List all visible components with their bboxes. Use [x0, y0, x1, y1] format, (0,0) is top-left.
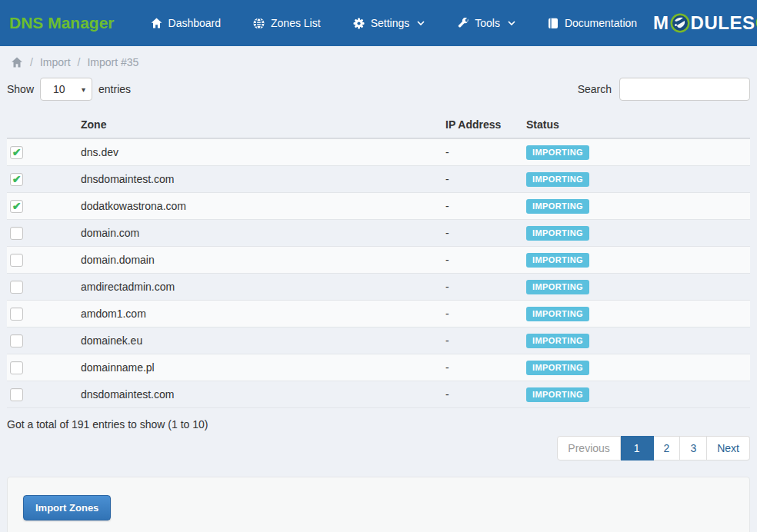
row-checkbox[interactable] [10, 281, 23, 294]
pagination-next[interactable]: Next [707, 436, 750, 461]
status-cell: IMPORTING [526, 199, 750, 214]
ip-cell: - [445, 200, 526, 212]
home-icon [151, 18, 162, 28]
pagination: Previous 1 2 3 Next [7, 436, 750, 461]
breadcrumb: / Import / Import #35 [0, 46, 757, 75]
nav-tools-label: Tools [475, 17, 500, 29]
top-navbar: DNS Manager Dashboard Zones List [0, 0, 757, 46]
zones-table: Zone IP Address Status dns.dev - IMPORTI… [7, 111, 750, 408]
zone-cell: amdirectadmin.com [81, 281, 445, 293]
select-caret-icon [82, 85, 85, 94]
status-badge: IMPORTING [526, 172, 589, 187]
nav-zones-list[interactable]: Zones List [237, 0, 337, 46]
pagination-page-1[interactable]: 1 [621, 436, 654, 461]
row-check-cell [7, 308, 81, 321]
logo-text-dules: DULES [691, 12, 755, 34]
show-label: Show [7, 83, 34, 95]
row-checkbox[interactable] [10, 173, 23, 186]
status-badge: IMPORTING [526, 387, 589, 402]
zone-cell: domainname.pl [81, 361, 445, 374]
status-badge: IMPORTING [526, 280, 589, 294]
show-entries-value: 10 [53, 83, 65, 95]
nav-settings-label: Settings [371, 17, 410, 29]
zone-cell: dnsdomaintest.com [81, 388, 445, 401]
row-check-cell [7, 334, 81, 347]
pagination-page-2[interactable]: 2 [654, 436, 681, 461]
table-row: domain.com - IMPORTING [7, 220, 750, 247]
chevron-down-icon [417, 21, 425, 25]
row-checkbox[interactable] [10, 334, 23, 347]
breadcrumb-import[interactable]: Import [40, 56, 71, 68]
status-cell: IMPORTING [526, 361, 750, 375]
breadcrumb-separator: / [30, 56, 33, 68]
search-input[interactable] [619, 78, 750, 101]
header-zone: Zone [81, 118, 445, 131]
status-cell: IMPORTING [526, 307, 750, 321]
table-controls: Show 10 entries Search [0, 75, 757, 111]
entries-summary: Got a total of 191 entries to show (1 to… [0, 408, 757, 431]
pagination-page-3[interactable]: 3 [680, 436, 707, 461]
status-cell: IMPORTING [526, 280, 750, 294]
zone-cell: domainek.eu [81, 334, 445, 347]
table-row: dnsdomaintest.com - IMPORTING [7, 166, 750, 193]
row-checkbox[interactable] [10, 361, 23, 374]
globe-icon [253, 18, 265, 29]
action-panel: Import Zones [7, 477, 750, 532]
ip-cell: - [445, 146, 526, 158]
row-checkbox[interactable] [10, 200, 23, 213]
row-checkbox[interactable] [10, 254, 23, 267]
nav-dashboard-label: Dashboard [168, 17, 222, 29]
nav-documentation[interactable]: Documentation [532, 0, 653, 46]
status-cell: IMPORTING [526, 226, 750, 241]
status-badge: IMPORTING [526, 361, 589, 375]
table-row: dns.dev - IMPORTING [7, 139, 750, 166]
table-row: dodatkowastrona.com - IMPORTING [7, 193, 750, 220]
table-header-row: Zone IP Address Status [7, 111, 750, 139]
nav-dashboard[interactable]: Dashboard [135, 0, 238, 46]
breadcrumb-home-icon[interactable] [11, 57, 23, 68]
ip-cell: - [445, 334, 526, 347]
ip-cell: - [445, 388, 526, 401]
row-checkbox[interactable] [10, 308, 23, 321]
table-row: domain.domain - IMPORTING [7, 247, 750, 274]
status-cell: IMPORTING [526, 145, 750, 160]
breadcrumb-import-35: Import #35 [87, 56, 138, 68]
row-check-cell [7, 361, 81, 374]
nav-tools[interactable]: Tools [441, 0, 532, 46]
status-cell: IMPORTING [526, 334, 750, 348]
zone-cell: domain.com [81, 227, 445, 239]
nav-documentation-label: Documentation [565, 17, 637, 29]
modulesgarden-logo: M DULES Garden [653, 12, 757, 34]
zone-cell: dnsdomaintest.com [81, 173, 445, 185]
zone-cell: amdom1.com [81, 308, 445, 320]
row-check-cell [7, 254, 81, 267]
ip-cell: - [445, 361, 526, 374]
table-row: domainek.eu - IMPORTING [7, 328, 750, 354]
status-badge: IMPORTING [526, 226, 589, 241]
zone-cell: dns.dev [81, 146, 445, 158]
import-zones-button[interactable]: Import Zones [23, 495, 111, 520]
status-badge: IMPORTING [526, 253, 589, 268]
chevron-down-icon [508, 21, 515, 25]
nav-menu: Dashboard Zones List [135, 0, 654, 46]
table-row: dnsdomaintest.com - IMPORTING [7, 381, 750, 408]
table-body: dns.dev - IMPORTING dnsdomaintest.com - … [7, 139, 750, 408]
logo-text-m: M [653, 12, 669, 34]
row-check-cell [7, 200, 81, 213]
row-checkbox[interactable] [10, 388, 23, 401]
row-checkbox[interactable] [10, 227, 23, 240]
show-entries-select[interactable]: 10 [40, 78, 92, 101]
row-check-cell [7, 146, 81, 159]
nav-settings[interactable]: Settings [337, 0, 442, 46]
row-check-cell [7, 388, 81, 401]
search-area: Search [578, 78, 750, 101]
table-row: amdirectadmin.com - IMPORTING [7, 274, 750, 301]
gear-icon [353, 18, 365, 29]
ip-cell: - [445, 281, 526, 293]
ip-cell: - [445, 227, 526, 239]
pagination-previous[interactable]: Previous [557, 436, 620, 461]
row-check-cell [7, 281, 81, 294]
row-checkbox[interactable] [10, 146, 23, 159]
status-badge: IMPORTING [526, 199, 589, 214]
search-label: Search [578, 83, 612, 95]
